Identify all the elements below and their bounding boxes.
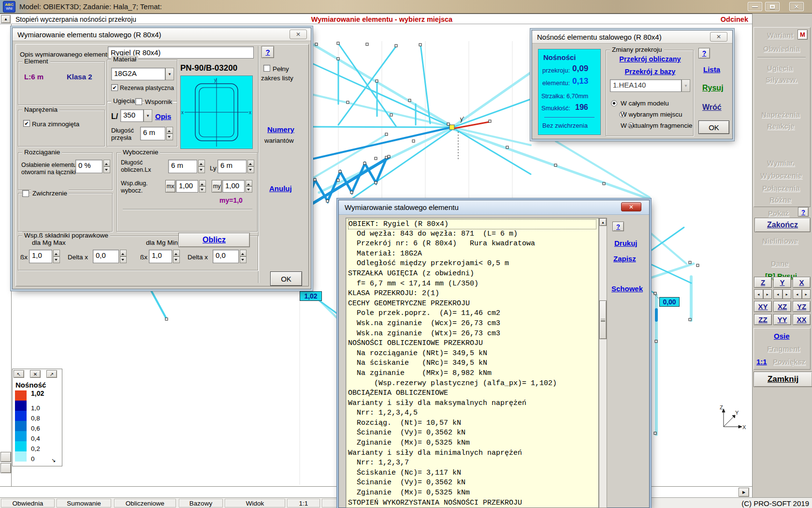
combo-arrow-icon[interactable]: ▼ [165, 68, 174, 80]
help-button[interactable]: ? [798, 207, 809, 217]
ok-button[interactable]: OK [698, 120, 729, 134]
deltax-min-spinner[interactable]: 0,0 [213, 250, 246, 263]
oslabienie-spinner[interactable]: 0 % [75, 160, 110, 173]
mx-value[interactable]: 1,00 [176, 180, 198, 193]
scrollbar-thumb[interactable] [599, 300, 607, 339]
ly-value[interactable]: 6 m [218, 160, 246, 173]
status-widok[interactable]: Widok [225, 499, 285, 508]
numery-link[interactable]: Numery [267, 125, 294, 134]
spinner-buttons[interactable] [103, 160, 110, 173]
my-value[interactable]: 1,00 [222, 180, 245, 193]
sidebar-item-fragment[interactable]: Fragment [767, 344, 800, 353]
minimize-button[interactable] [748, 2, 762, 11]
help-button[interactable]: ? [612, 222, 624, 231]
view-y-button[interactable]: Y [773, 277, 791, 288]
spinner-buttons[interactable] [120, 250, 127, 263]
dlugosc-przesla-value[interactable]: 6 m [140, 127, 165, 140]
sidebar-item-dane[interactable]: Dane [771, 259, 789, 268]
anuluj-link[interactable]: Anuluj [269, 184, 292, 193]
legend-close-button[interactable]: ✕ [30, 370, 41, 378]
spinner-buttons[interactable] [53, 250, 60, 263]
scrollbar-button[interactable] [0, 463, 11, 473]
scroll-right-button[interactable]: ▶ [739, 488, 749, 497]
lista-link[interactable]: Lista [703, 65, 720, 74]
view-x-button[interactable]: X [793, 277, 811, 288]
sidebar-item-sily-wew[interactable]: Siły wew. [766, 75, 798, 84]
dialog-close-button[interactable]: ✕ [290, 30, 307, 39]
zapisz-link[interactable]: Zapisz [613, 254, 636, 263]
mx-spinner[interactable]: 1,00 [176, 180, 206, 193]
my-spinner[interactable]: 1,00 [222, 180, 252, 193]
left-arrow-icon[interactable]: ◄ [754, 289, 763, 299]
przekroj-obliczany-link[interactable]: Przekrój obliczany [606, 55, 694, 63]
bx-min-spinner[interactable]: 1,0 [149, 250, 180, 263]
spinner-buttons[interactable] [247, 160, 254, 173]
view-xx-button[interactable]: XX [793, 314, 811, 325]
przekroj-combo[interactable]: 1.HEA140 ▼ [610, 79, 690, 92]
dialog-close-button[interactable]: ✕ [710, 32, 727, 42]
maximize-button[interactable] [765, 2, 780, 11]
lx-spinner[interactable]: 6 m [168, 160, 205, 173]
radio-caly-model[interactable] [611, 100, 617, 106]
l350-combo[interactable]: 350 ▼ [120, 109, 152, 122]
legend-move-button[interactable]: ↖ [14, 370, 24, 378]
status-obwiednia[interactable]: Obwiednia [1, 499, 55, 508]
view-xz-button[interactable]: XZ [773, 301, 791, 312]
pelny-zakres-checkbox[interactable]: ✔ [263, 65, 270, 72]
report-text-panel[interactable]: OBIEKT: Rygiel (R 80x4) Od węzła: 843 do… [346, 218, 599, 508]
sidebar-item-reakcje[interactable]: Reakcje [767, 122, 795, 130]
dlugosc-przesla-spinner[interactable]: 6 m [140, 127, 173, 140]
spinner-buttons[interactable] [246, 180, 252, 193]
sidebar-item-pokaz[interactable]: Pokaż [768, 209, 789, 217]
spinner-buttons[interactable] [173, 250, 180, 263]
left-scrollbar[interactable] [0, 24, 12, 486]
rura-checkbox[interactable]: ✔ [23, 120, 30, 127]
spinner-buttons[interactable] [240, 250, 246, 263]
scroll-up-button[interactable]: ▲ [599, 218, 607, 226]
bx-min-value[interactable]: 1,0 [149, 250, 172, 263]
spinner-buttons[interactable] [198, 160, 205, 173]
view-yz-button[interactable]: YZ [793, 301, 811, 312]
oblicz-button[interactable]: Oblicz [178, 233, 250, 247]
sidebar-item-obwiednia[interactable]: Obwiednia [763, 45, 800, 53]
bx-max-spinner[interactable]: 1,0 [29, 250, 60, 263]
m-button[interactable]: M [798, 30, 808, 40]
rotate-x-buttons[interactable]: ◄► [793, 289, 811, 299]
deltax-min-value[interactable]: 0,0 [213, 250, 239, 263]
wroc-link[interactable]: Wróć [702, 103, 722, 112]
material-combo[interactable]: 18G2A ▼ [111, 68, 174, 80]
osie-link[interactable]: Osie [774, 332, 790, 340]
view-zz-button[interactable]: ZZ [754, 314, 772, 325]
scroll-up-button[interactable]: ▲ [1, 15, 11, 23]
oslabienie-value[interactable]: 0 % [75, 160, 102, 173]
sidebar-item-naprezenia[interactable]: Naprężenia [761, 110, 800, 119]
left-arrow-icon[interactable]: ◄ [773, 289, 783, 299]
sidebar-item-wariant[interactable]: Wariant [767, 31, 793, 39]
sidebar-item-wymiar[interactable]: Wymiar. [767, 159, 795, 167]
rotate-y-buttons[interactable]: ◄► [773, 289, 791, 299]
drukuj-link[interactable]: Drukuj [614, 239, 638, 247]
legend-resize-button[interactable]: ↗ [46, 370, 57, 378]
right-arrow-icon[interactable]: ► [783, 289, 792, 299]
one-to-one-link[interactable]: 1:1 [756, 358, 767, 366]
help-button[interactable]: ? [698, 48, 710, 59]
zamknij-button[interactable]: Zamknij [754, 372, 812, 387]
rysuj-link[interactable]: Rysuj [702, 84, 724, 92]
report-scrollbar[interactable]: ▲ [599, 218, 607, 508]
spinner-buttons[interactable] [166, 127, 173, 140]
deltax-max-value[interactable]: 0,0 [93, 250, 119, 263]
sidebar-item-rozne[interactable]: Różne [769, 195, 791, 204]
schowek-link[interactable]: Schowek [611, 284, 643, 293]
status-bazowy[interactable]: Bazowy [179, 499, 223, 508]
status-obliczeniowe[interactable]: Obliczeniowe [114, 499, 176, 508]
ly-spinner[interactable]: 6 m [218, 160, 254, 173]
view-yy-button[interactable]: YY [773, 314, 791, 325]
scrollbar-button[interactable] [0, 452, 11, 462]
zakoncz-button[interactable]: Zakończ [754, 218, 811, 232]
sidebar-item-polaczenia[interactable]: Połączenia [762, 184, 800, 192]
deltax-max-spinner[interactable]: 0,0 [93, 250, 127, 263]
przekroj-z-bazy-link[interactable]: Przekrój z bazy [606, 68, 694, 75]
sidebar-item-powieksz[interactable]: Powiększ [773, 358, 806, 366]
selected-node[interactable] [450, 125, 454, 130]
spinner-buttons[interactable] [199, 180, 206, 193]
